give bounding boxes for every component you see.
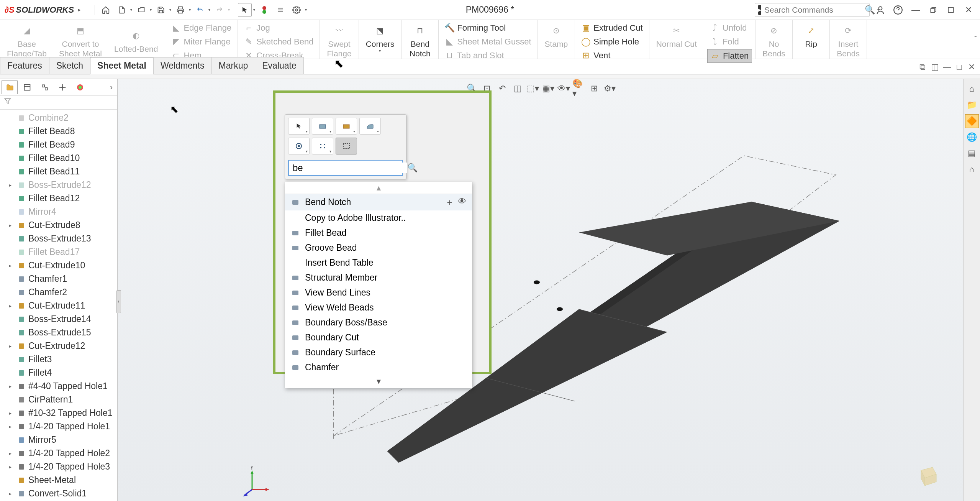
- search-result-item[interactable]: Groove Bead: [285, 240, 472, 255]
- new-dropdown-icon[interactable]: ▾: [130, 8, 132, 12]
- panel-tabs-more-icon[interactable]: ›: [107, 82, 116, 92]
- custom-properties-tab[interactable]: 🌐: [965, 130, 979, 144]
- user-account-icon[interactable]: [873, 3, 887, 17]
- graphics-viewport[interactable]: 🔍 ⊡ ↶ ◫ ⬚▾ ▦▾ 👁▾ 🎨▾ ⊞ ⚙▾: [118, 79, 963, 501]
- tree-item[interactable]: ▸Cut-Extrude8: [0, 218, 117, 232]
- design-library-tab[interactable]: 📁: [965, 98, 979, 112]
- search-result-item[interactable]: Boundary Cut: [285, 330, 472, 345]
- tab-sheet-metal[interactable]: Sheet Metal: [90, 57, 154, 74]
- viewport-split-icon[interactable]: ◫: [929, 62, 940, 72]
- search-result-item[interactable]: Boundary Boss/Base: [285, 315, 472, 330]
- tree-item[interactable]: ▸#10-32 Tapped Hole1: [0, 406, 117, 420]
- tree-item[interactable]: Fillet4: [0, 366, 117, 379]
- search-result-item[interactable]: Chamfer: [285, 360, 472, 375]
- rebuild-button[interactable]: [257, 3, 271, 17]
- tree-expand-icon[interactable]: ▸: [9, 263, 15, 268]
- tree-item[interactable]: CirPattern1: [0, 393, 117, 406]
- logo-dropdown-icon[interactable]: ▶: [78, 8, 81, 12]
- select-button[interactable]: [238, 3, 252, 17]
- tree-item[interactable]: Chamfer2: [0, 286, 117, 299]
- popup-hole-wizard-button[interactable]: ▾: [288, 138, 310, 154]
- close-button[interactable]: ✕: [962, 3, 975, 17]
- shortcut-search-input[interactable]: [293, 163, 407, 173]
- restore-button[interactable]: [926, 3, 940, 17]
- tree-expand-icon[interactable]: ▸: [9, 343, 15, 349]
- property-manager-tab[interactable]: [19, 80, 35, 94]
- show-command-icon[interactable]: 👁: [458, 196, 467, 208]
- tree-item[interactable]: ▸1/4-20 Tapped Hole1: [0, 420, 117, 433]
- popup-fillet-button[interactable]: ▾: [359, 118, 381, 135]
- settings-dropdown-icon[interactable]: ▾: [305, 8, 307, 12]
- tree-expand-icon[interactable]: ▸: [9, 303, 15, 309]
- tree-item[interactable]: Chamfer1: [0, 272, 117, 286]
- tree-item[interactable]: ▸Convert-Solid1: [0, 487, 117, 500]
- tree-expand-icon[interactable]: ▸: [9, 411, 15, 416]
- search-result-item[interactable]: Boundary Surface: [285, 345, 472, 360]
- tree-item[interactable]: Combine2: [0, 111, 117, 125]
- tree-item[interactable]: Fillet Bead11: [0, 165, 117, 178]
- open-button[interactable]: [134, 3, 148, 17]
- options-list-button[interactable]: [274, 3, 287, 17]
- viewport-minimize-icon[interactable]: —: [942, 62, 952, 72]
- tree-expand-icon[interactable]: ▸: [9, 464, 15, 470]
- tab-sketch[interactable]: Sketch: [49, 57, 90, 74]
- tab-weldments[interactable]: Weldments: [153, 57, 212, 74]
- popup-select-button[interactable]: ▾: [288, 118, 310, 135]
- tab-markup[interactable]: Markup: [211, 57, 256, 74]
- search-result-item[interactable]: Insert Bend Table: [285, 255, 472, 270]
- popup-pattern-button[interactable]: ▾: [312, 138, 333, 154]
- tree-item[interactable]: Boss-Extrude15: [0, 326, 117, 339]
- tree-item[interactable]: Fillet Bead9: [0, 138, 117, 151]
- print-dropdown-icon[interactable]: ▾: [189, 8, 191, 12]
- add-to-toolbar-icon[interactable]: ＋: [445, 196, 454, 208]
- print-button[interactable]: [174, 3, 187, 17]
- tree-item[interactable]: Mirror4: [0, 205, 117, 218]
- tree-item[interactable]: Sheet-Metal: [0, 473, 117, 487]
- rip-button[interactable]: ⤢Rip: [796, 21, 826, 50]
- search-result-item[interactable]: View Bend Lines: [285, 285, 472, 300]
- solidworks-resources-tab[interactable]: ⌂: [965, 82, 979, 96]
- feature-tree-tab[interactable]: [2, 80, 18, 94]
- simple-hole-button[interactable]: ◯Simple Hole: [578, 35, 646, 48]
- select-dropdown-icon[interactable]: ▾: [253, 8, 255, 12]
- results-scroll-down-icon[interactable]: ▾: [285, 375, 472, 388]
- orientation-cube[interactable]: [913, 463, 940, 490]
- popup-cut-extrude-button[interactable]: ▾: [336, 118, 357, 135]
- undo-button[interactable]: [193, 3, 207, 17]
- extruded-cut-button[interactable]: ▣Extruded Cut: [578, 21, 646, 34]
- new-button[interactable]: [115, 3, 129, 17]
- tree-item[interactable]: ▸Cut-Extrude11: [0, 299, 117, 312]
- corners-button[interactable]: ⬔Corners▾: [362, 21, 398, 55]
- tree-item[interactable]: Fillet3: [0, 353, 117, 366]
- display-manager-tab[interactable]: [72, 80, 88, 94]
- save-dropdown-icon[interactable]: ▾: [169, 8, 171, 12]
- search-commands-box[interactable]: ▸ 🔍 ▾: [755, 3, 870, 17]
- tree-expand-icon[interactable]: ▸: [9, 491, 15, 496]
- feature-filter-bar[interactable]: [0, 96, 117, 110]
- tree-item[interactable]: Boss-Extrude14: [0, 312, 117, 326]
- view-palette-tab[interactable]: ▤: [965, 146, 979, 160]
- ribbon-collapse-icon[interactable]: ˆ: [974, 34, 977, 44]
- shortcut-search-box[interactable]: 🔍: [288, 160, 403, 176]
- tree-expand-icon[interactable]: ▸: [9, 223, 15, 228]
- save-button[interactable]: [154, 3, 168, 17]
- bend-notch-button[interactable]: ⊓Bend Notch: [405, 21, 435, 60]
- panel-splitter[interactable]: ⟨: [116, 290, 121, 313]
- vent-button[interactable]: ⊞Vent: [578, 49, 646, 62]
- dimxpert-tab[interactable]: [54, 80, 70, 94]
- tree-expand-icon[interactable]: ▸: [9, 451, 15, 456]
- tree-item[interactable]: ▸Cut-Extrude10: [0, 259, 117, 272]
- search-commands-input[interactable]: [764, 5, 865, 15]
- tree-item[interactable]: ▸1/4-20 Tapped Hole3: [0, 460, 117, 473]
- popup-boss-extrude-button[interactable]: ▾: [312, 118, 333, 135]
- tree-expand-icon[interactable]: ▸: [9, 384, 15, 389]
- help-icon[interactable]: [891, 3, 905, 17]
- search-result-item[interactable]: Copy to Adobe Illustrator..: [285, 210, 472, 225]
- tree-item[interactable]: Mirror5: [0, 433, 117, 447]
- tree-item[interactable]: ▸Cut-Extrude12: [0, 339, 117, 353]
- settings-button[interactable]: [290, 3, 303, 17]
- forming-tool-button[interactable]: 🔨Forming Tool: [442, 21, 534, 34]
- forum-tab[interactable]: ⌂: [965, 163, 979, 176]
- viewport-close-icon[interactable]: ✕: [966, 62, 977, 72]
- tree-item[interactable]: Fillet Bead8: [0, 125, 117, 138]
